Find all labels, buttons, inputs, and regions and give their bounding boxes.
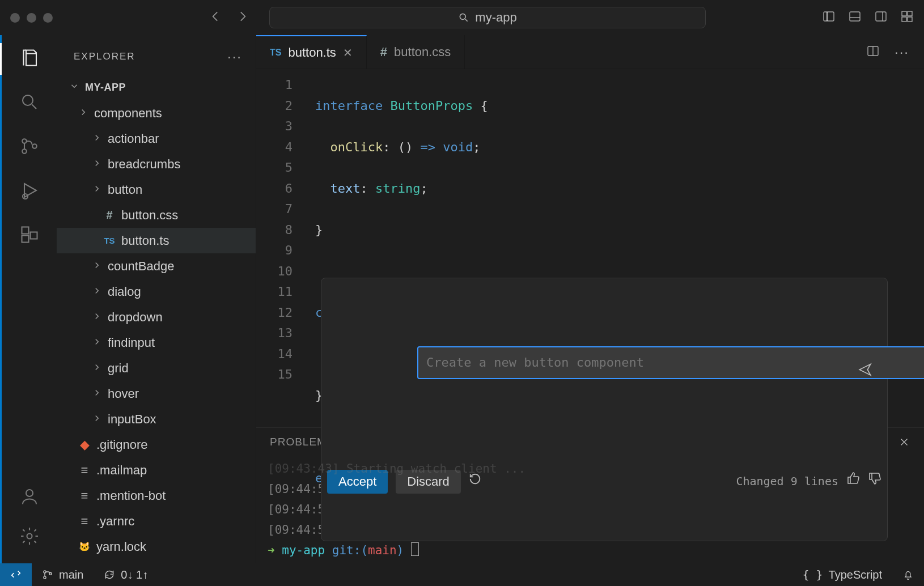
file-tree-file[interactable]: 🐱yarn.lock bbox=[57, 534, 256, 559]
tree-item-label: grid bbox=[108, 361, 129, 376]
maximize-window-icon[interactable] bbox=[43, 13, 53, 23]
activity-explorer-icon[interactable] bbox=[19, 48, 40, 70]
project-root[interactable]: MY-APP bbox=[57, 75, 256, 100]
tree-item-label: components bbox=[94, 106, 162, 121]
file-tree-folder[interactable]: dropdown bbox=[57, 304, 256, 330]
command-center-text: my-app bbox=[475, 10, 516, 25]
tree-item-label: dropdown bbox=[108, 310, 163, 325]
text-file-icon: ≡ bbox=[78, 463, 91, 478]
git-file-icon: ◆ bbox=[78, 438, 91, 452]
close-window-icon[interactable] bbox=[10, 13, 20, 23]
chevron-right-icon bbox=[92, 284, 102, 299]
text-file-icon: ≡ bbox=[78, 489, 91, 503]
svg-rect-1 bbox=[824, 12, 834, 21]
line-number: 12 bbox=[256, 303, 293, 324]
panel-left-icon[interactable] bbox=[822, 10, 836, 26]
chevron-right-icon bbox=[92, 259, 102, 274]
send-icon[interactable] bbox=[858, 362, 872, 384]
panel-right-icon[interactable] bbox=[874, 10, 888, 26]
status-branch[interactable]: main bbox=[32, 568, 94, 581]
line-number: 6 bbox=[256, 179, 293, 199]
file-tree-file[interactable]: ≡.mailmap bbox=[57, 457, 256, 483]
file-tree-file[interactable]: ≡.mention-bot bbox=[57, 483, 256, 508]
project-name: MY-APP bbox=[85, 82, 126, 94]
file-tree-folder[interactable]: breadcrumbs bbox=[57, 151, 256, 177]
activity-settings-icon[interactable] bbox=[19, 526, 40, 549]
minimize-window-icon[interactable] bbox=[27, 13, 36, 23]
line-number: 9 bbox=[256, 240, 293, 261]
tree-item-label: findinput bbox=[108, 336, 155, 350]
file-tree-folder[interactable]: actionbar bbox=[57, 126, 256, 151]
activity-extensions-icon[interactable] bbox=[19, 224, 40, 247]
tab-button-ts[interactable]: TS button.ts ✕ bbox=[256, 35, 367, 69]
activity-accounts-icon[interactable] bbox=[19, 486, 40, 509]
tab-label: button.css bbox=[394, 45, 451, 60]
chevron-right-icon bbox=[92, 310, 102, 325]
activity-run-debug-icon[interactable] bbox=[19, 180, 40, 203]
tab-button-css[interactable]: # button.css bbox=[367, 35, 465, 69]
line-number: 13 bbox=[256, 323, 293, 344]
status-sync[interactable]: 0↓ 1↑ bbox=[94, 568, 158, 581]
chevron-right-icon bbox=[92, 182, 102, 197]
more-actions-icon[interactable]: ··· bbox=[895, 44, 909, 60]
line-number: 2 bbox=[256, 96, 293, 117]
nav-forward-icon[interactable] bbox=[235, 9, 250, 26]
tree-item-label: button.css bbox=[121, 208, 178, 223]
activity-source-control-icon[interactable] bbox=[19, 136, 40, 159]
window-controls bbox=[10, 13, 53, 23]
tree-item-label: hover bbox=[108, 387, 139, 401]
svg-point-17 bbox=[27, 534, 32, 539]
tree-item-label: .mailmap bbox=[96, 463, 147, 478]
file-tree-folder[interactable]: countBadge bbox=[57, 253, 256, 279]
layout-customize-icon[interactable] bbox=[900, 10, 914, 26]
svg-point-21 bbox=[44, 571, 46, 573]
chevron-right-icon bbox=[92, 387, 102, 401]
file-tree-folder[interactable]: dialog bbox=[57, 279, 256, 304]
explorer-sidebar: EXPLORER ··· MY-APP componentsactionbarb… bbox=[57, 35, 256, 563]
line-gutter: 123456789101112131415 bbox=[256, 69, 306, 427]
close-icon[interactable]: ✕ bbox=[343, 46, 353, 60]
remote-indicator[interactable] bbox=[0, 563, 32, 586]
line-number: 1 bbox=[256, 75, 293, 96]
tab-label: button.ts bbox=[288, 45, 336, 60]
typescript-file-icon: TS bbox=[103, 236, 116, 245]
line-number: 14 bbox=[256, 344, 293, 365]
file-tree-folder[interactable]: inputBox bbox=[57, 406, 256, 432]
typescript-icon: TS bbox=[270, 48, 281, 58]
tree-item-label: breadcrumbs bbox=[108, 157, 180, 172]
file-tree-folder[interactable]: hover bbox=[57, 381, 256, 406]
chevron-right-icon bbox=[92, 361, 102, 376]
svg-rect-3 bbox=[876, 12, 886, 21]
search-icon bbox=[458, 12, 469, 23]
tree-item-label: dialog bbox=[108, 284, 141, 299]
file-tree: MY-APP componentsactionbarbreadcrumbsbut… bbox=[57, 75, 256, 563]
file-tree-folder[interactable]: findinput bbox=[57, 330, 256, 355]
activity-search-icon[interactable] bbox=[19, 92, 40, 114]
tree-item-label: actionbar bbox=[108, 131, 159, 146]
yarn-file-icon: 🐱 bbox=[78, 541, 91, 552]
line-number: 5 bbox=[256, 158, 293, 179]
tree-item-label: yarn.lock bbox=[96, 540, 146, 554]
file-tree-file[interactable]: TSbutton.ts bbox=[57, 228, 256, 253]
chevron-right-icon bbox=[78, 106, 88, 121]
file-tree-file[interactable]: ◆.gitignore bbox=[57, 432, 256, 457]
tree-item-label: button.ts bbox=[121, 233, 169, 248]
file-tree-file[interactable]: #button.css bbox=[57, 202, 256, 228]
svg-rect-7 bbox=[908, 17, 912, 22]
sidebar-more-icon[interactable]: ··· bbox=[227, 49, 242, 65]
line-number: 10 bbox=[256, 261, 293, 282]
file-tree-folder[interactable]: grid bbox=[57, 355, 256, 381]
svg-point-22 bbox=[44, 576, 46, 579]
command-center[interactable]: my-app bbox=[269, 7, 706, 28]
code-editor[interactable]: interface ButtonProps { onClick: () => v… bbox=[306, 69, 924, 427]
chevron-right-icon bbox=[92, 157, 102, 172]
file-tree-folder[interactable]: button bbox=[57, 177, 256, 202]
inline-chat-input[interactable] bbox=[417, 346, 924, 379]
file-tree-file[interactable]: ≡.yarnrc bbox=[57, 508, 256, 534]
nav-back-icon[interactable] bbox=[208, 9, 223, 26]
css-icon: # bbox=[380, 45, 387, 60]
text-file-icon: ≡ bbox=[78, 514, 91, 529]
file-tree-folder[interactable]: components bbox=[57, 100, 256, 126]
split-editor-icon[interactable] bbox=[866, 44, 880, 60]
panel-bottom-icon[interactable] bbox=[848, 10, 862, 26]
